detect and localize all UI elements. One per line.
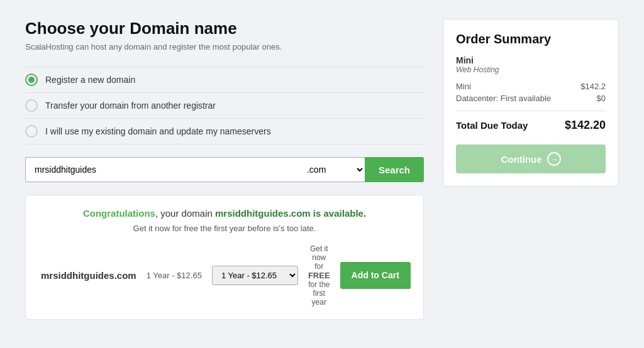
radio-indicator-new-domain	[25, 73, 38, 86]
order-summary-panel: Order Summary Mini Web Hosting Mini $142…	[443, 19, 619, 187]
continue-label: Continue	[501, 154, 542, 165]
congrats-word: Congratulations	[83, 208, 155, 219]
order-total-row: Total Due Today $142.20	[456, 119, 606, 132]
result-subtitle: Get it now for free the first year befor…	[41, 224, 408, 233]
radio-label-transfer-domain: Transfer your domain from another regist…	[45, 101, 216, 111]
tld-select[interactable]: .com .net .org .io .co	[296, 157, 365, 182]
search-row: .com .net .org .io .co Search	[25, 157, 424, 182]
search-button[interactable]: Search	[365, 157, 424, 182]
domain-search-input[interactable]	[25, 157, 296, 182]
radio-option-transfer-domain[interactable]: Transfer your domain from another regist…	[25, 93, 424, 119]
radio-indicator-existing-domain	[25, 125, 38, 138]
result-domain-row: mrsiddhitguides.com 1 Year - $12.65 1 Ye…	[41, 244, 408, 307]
order-total-amount: $142.20	[565, 119, 606, 132]
availability-result-box: Congratulations, your domain mrsiddhitgu…	[25, 195, 424, 320]
radio-option-existing-domain[interactable]: I will use my existing domain and update…	[25, 119, 424, 144]
order-divider	[456, 111, 606, 111]
result-free-emphasis: FREE	[308, 271, 330, 280]
radio-label-new-domain: Register a new domain	[45, 75, 135, 85]
radio-label-existing-domain: I will use my existing domain and update…	[45, 126, 271, 136]
main-content: Choose your Domain name ScalaHosting can…	[25, 19, 424, 320]
order-plan-type: Web Hosting	[456, 65, 606, 74]
order-line-mini: Mini $142.2	[456, 82, 606, 91]
page-title: Choose your Domain name	[25, 19, 424, 38]
radio-indicator-transfer-domain	[25, 99, 38, 112]
order-line-datacenter: Datacenter: First available $0	[456, 94, 606, 103]
order-summary-title: Order Summary	[456, 32, 606, 46]
continue-arrow-icon: →	[547, 152, 561, 166]
result-domain-name: mrsiddhitguides.com	[41, 270, 136, 281]
result-congrats-text: Congratulations, your domain mrsiddhitgu…	[41, 208, 408, 219]
order-plan-name: Mini	[456, 55, 606, 65]
add-to-cart-button[interactable]: Add to Cart	[340, 262, 411, 288]
page-subtitle: ScalaHosting can host any domain and reg…	[25, 42, 424, 52]
result-price-label: 1 Year - $12.65	[147, 271, 202, 280]
result-free-note: Get it now for FREE for the first year	[308, 244, 330, 307]
result-year-select[interactable]: 1 Year - $12.65 2 Years - $25.00	[212, 266, 298, 285]
continue-button[interactable]: Continue →	[456, 144, 606, 173]
order-total-label: Total Due Today	[456, 120, 528, 131]
radio-option-new-domain[interactable]: Register a new domain	[25, 67, 424, 93]
result-domain-available: mrsiddhitguides.com is available.	[215, 208, 366, 219]
radio-group: Register a new domain Transfer your doma…	[25, 67, 424, 144]
